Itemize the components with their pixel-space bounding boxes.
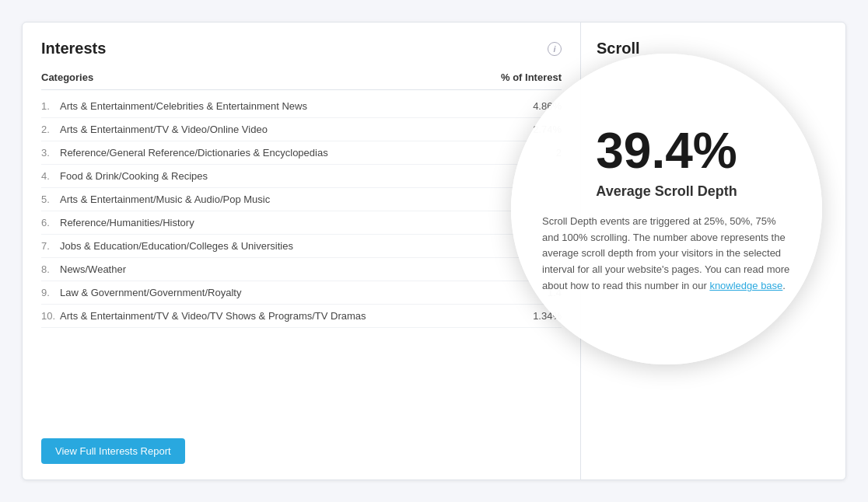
- table-row: 5. Arts & Entertainment/Music & Audio/Po…: [41, 188, 562, 211]
- scroll-title: Scroll: [597, 40, 830, 58]
- interests-panel: Interests i Categories % of Interest 1. …: [23, 23, 581, 479]
- row-number: 5.: [41, 193, 55, 205]
- table-row: 10. Arts & Entertainment/TV & Video/TV S…: [41, 305, 562, 328]
- view-full-interests-button[interactable]: View Full Interests Report: [41, 438, 185, 464]
- knowledge-base-link[interactable]: knowledge base: [709, 280, 782, 291]
- row-number: 8.: [41, 263, 55, 275]
- info-icon[interactable]: i: [548, 42, 562, 56]
- col-pct-label: % of Interest: [501, 71, 562, 83]
- row-number: 9.: [41, 287, 55, 298]
- table-row: 7. Jobs & Education/Education/Colleges &…: [41, 235, 562, 258]
- row-label: Arts & Entertainment/Celebrities & Enter…: [60, 100, 307, 112]
- scroll-depth-label: Average Scroll Depth: [596, 183, 737, 200]
- row-number: 10.: [41, 310, 55, 322]
- row-label: Reference/General Reference/Dictionaries…: [60, 147, 328, 159]
- row-number: 4.: [41, 170, 55, 182]
- col-categories-label: Categories: [41, 71, 93, 83]
- table-row: 8. News/Weather: [41, 258, 562, 281]
- row-label: Jobs & Education/Education/Colleges & Un…: [60, 240, 293, 252]
- row-label: Arts & Entertainment/TV & Video/TV Shows…: [60, 310, 366, 322]
- interests-title: Interests i: [41, 40, 562, 58]
- row-number: 1.: [41, 100, 55, 112]
- scroll-depth-circle: 39.4% Average Scroll Depth Scroll Depth …: [511, 54, 822, 364]
- scroll-depth-pct: 39.4%: [596, 124, 737, 178]
- interests-table: 1. Arts & Entertainment/Celebrities & En…: [41, 95, 562, 426]
- row-label: Law & Government/Government/Royalty: [60, 287, 241, 298]
- row-label: Arts & Entertainment/TV & Video/Online V…: [60, 124, 268, 135]
- row-number: 3.: [41, 147, 55, 159]
- row-label: Reference/Humanities/History: [60, 217, 194, 228]
- table-row: 2. Arts & Entertainment/TV & Video/Onlin…: [41, 118, 562, 141]
- row-number: 2.: [41, 124, 55, 135]
- row-number: 7.: [41, 240, 55, 252]
- row-label: Arts & Entertainment/Music & Audio/Pop M…: [60, 193, 270, 205]
- scroll-panel: Scroll 39.4% Average Scroll Depth Scroll…: [581, 23, 845, 479]
- table-row: 1. Arts & Entertainment/Celebrities & En…: [41, 95, 562, 118]
- row-label: News/Weather: [60, 263, 126, 275]
- table-row: 3. Reference/General Reference/Dictionar…: [41, 141, 562, 165]
- table-row: 4. Food & Drink/Cooking & Recipes: [41, 165, 562, 188]
- table-row: 6. Reference/Humanities/History: [41, 211, 562, 235]
- table-row: 9. Law & Government/Government/Royalty 1…: [41, 281, 562, 305]
- row-label: Food & Drink/Cooking & Recipes: [60, 170, 208, 182]
- interests-title-text: Interests: [41, 40, 106, 58]
- row-number: 6.: [41, 217, 55, 228]
- scroll-depth-description: Scroll Depth events are triggered at 25%…: [542, 214, 791, 295]
- table-header: Categories % of Interest: [41, 71, 562, 90]
